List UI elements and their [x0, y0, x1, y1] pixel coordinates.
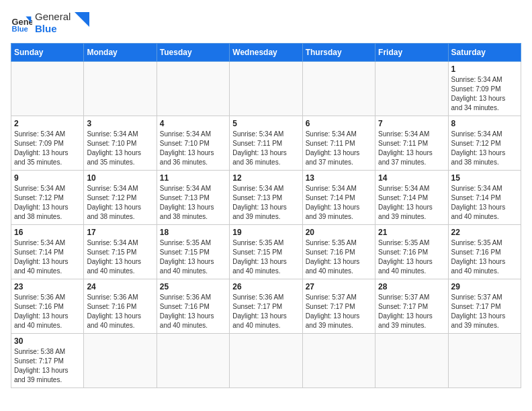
day-number: 1 — [451, 64, 518, 74]
calendar-cell: 24 Sunrise: 5:36 AMSunset: 7:16 PMDaylig… — [84, 279, 157, 334]
calendar-cell: 18 Sunrise: 5:35 AMSunset: 7:15 PMDaylig… — [157, 225, 229, 279]
day-info: Sunrise: 5:34 AMSunset: 7:11 PMDaylight:… — [232, 130, 299, 167]
calendar-week-row: 16 Sunrise: 5:34 AMSunset: 7:14 PMDaylig… — [11, 225, 521, 279]
calendar-cell: 16 Sunrise: 5:34 AMSunset: 7:14 PMDaylig… — [11, 225, 84, 279]
calendar-cell: 5 Sunrise: 5:34 AMSunset: 7:11 PMDayligh… — [230, 116, 302, 171]
day-number: 7 — [378, 119, 445, 128]
calendar-cell — [302, 334, 375, 388]
weekday-header-monday: Monday — [84, 44, 157, 62]
calendar-cell: 14 Sunrise: 5:34 AMSunset: 7:14 PMDaylig… — [375, 171, 448, 225]
calendar-week-row: 23 Sunrise: 5:36 AMSunset: 7:16 PMDaylig… — [11, 279, 521, 334]
day-number: 2 — [14, 119, 81, 128]
weekday-header-row: SundayMondayTuesdayWednesdayThursdayFrid… — [11, 44, 521, 62]
calendar-cell: 4 Sunrise: 5:34 AMSunset: 7:10 PMDayligh… — [157, 116, 229, 171]
day-number: 25 — [160, 282, 226, 291]
day-info: Sunrise: 5:34 AMSunset: 7:15 PMDaylight:… — [87, 238, 153, 276]
calendar-cell: 1 Sunrise: 5:34 AMSunset: 7:09 PMDayligh… — [448, 62, 521, 116]
calendar-cell — [230, 334, 302, 388]
day-number: 12 — [232, 173, 299, 183]
day-info: Sunrise: 5:35 AMSunset: 7:15 PMDaylight:… — [160, 238, 226, 276]
calendar-cell: 11 Sunrise: 5:34 AMSunset: 7:13 PMDaylig… — [157, 171, 229, 225]
calendar-cell: 28 Sunrise: 5:37 AMSunset: 7:17 PMDaylig… — [375, 279, 448, 334]
calendar-cell: 23 Sunrise: 5:36 AMSunset: 7:16 PMDaylig… — [11, 279, 84, 334]
calendar-cell: 2 Sunrise: 5:34 AMSunset: 7:09 PMDayligh… — [11, 116, 84, 171]
day-info: Sunrise: 5:37 AMSunset: 7:17 PMDaylight:… — [378, 293, 445, 330]
day-number: 20 — [306, 228, 372, 237]
day-number: 3 — [87, 119, 153, 128]
calendar-cell: 20 Sunrise: 5:35 AMSunset: 7:16 PMDaylig… — [302, 225, 375, 279]
day-info: Sunrise: 5:34 AMSunset: 7:10 PMDaylight:… — [87, 130, 153, 167]
day-info: Sunrise: 5:34 AMSunset: 7:11 PMDaylight:… — [306, 130, 372, 167]
day-number: 26 — [232, 282, 299, 291]
calendar-cell — [375, 334, 448, 388]
day-info: Sunrise: 5:34 AMSunset: 7:13 PMDaylight:… — [160, 184, 226, 222]
calendar-cell — [84, 62, 157, 116]
calendar-cell — [157, 334, 229, 388]
weekday-header-tuesday: Tuesday — [157, 44, 229, 62]
day-number: 15 — [451, 173, 518, 183]
calendar-cell — [448, 334, 521, 388]
day-info: Sunrise: 5:34 AMSunset: 7:14 PMDaylight:… — [14, 238, 81, 276]
calendar-cell: 7 Sunrise: 5:34 AMSunset: 7:11 PMDayligh… — [375, 116, 448, 171]
weekday-header-friday: Friday — [375, 44, 448, 62]
day-info: Sunrise: 5:36 AMSunset: 7:16 PMDaylight:… — [87, 293, 153, 330]
day-info: Sunrise: 5:35 AMSunset: 7:16 PMDaylight:… — [378, 238, 445, 276]
day-number: 22 — [451, 228, 518, 237]
weekday-header-thursday: Thursday — [302, 44, 375, 62]
calendar-cell: 27 Sunrise: 5:37 AMSunset: 7:17 PMDaylig… — [302, 279, 375, 334]
calendar-cell — [11, 62, 84, 116]
day-info: Sunrise: 5:34 AMSunset: 7:09 PMDaylight:… — [451, 75, 518, 113]
day-info: Sunrise: 5:34 AMSunset: 7:12 PMDaylight:… — [451, 130, 518, 167]
calendar-cell: 15 Sunrise: 5:34 AMSunset: 7:14 PMDaylig… — [448, 171, 521, 225]
day-info: Sunrise: 5:36 AMSunset: 7:16 PMDaylight:… — [14, 293, 81, 330]
day-info: Sunrise: 5:37 AMSunset: 7:17 PMDaylight:… — [306, 293, 372, 330]
calendar-cell: 13 Sunrise: 5:34 AMSunset: 7:14 PMDaylig… — [302, 171, 375, 225]
day-number: 19 — [232, 228, 299, 237]
calendar-cell — [375, 62, 448, 116]
svg-text:Blue: Blue — [12, 25, 28, 33]
day-number: 23 — [14, 282, 81, 291]
calendar-header: General Blue General Blue — [11, 11, 521, 35]
calendar-cell — [230, 62, 302, 116]
weekday-header-sunday: Sunday — [11, 44, 84, 62]
calendar-cell: 21 Sunrise: 5:35 AMSunset: 7:16 PMDaylig… — [375, 225, 448, 279]
calendar-cell: 29 Sunrise: 5:37 AMSunset: 7:17 PMDaylig… — [448, 279, 521, 334]
calendar-cell: 30 Sunrise: 5:38 AMSunset: 7:17 PMDaylig… — [11, 334, 84, 388]
calendar-cell: 26 Sunrise: 5:36 AMSunset: 7:17 PMDaylig… — [230, 279, 302, 334]
calendar-cell: 22 Sunrise: 5:35 AMSunset: 7:16 PMDaylig… — [448, 225, 521, 279]
day-number: 9 — [14, 173, 81, 183]
calendar-cell: 9 Sunrise: 5:34 AMSunset: 7:12 PMDayligh… — [11, 171, 84, 225]
day-number: 30 — [14, 336, 81, 346]
calendar-week-row: 1 Sunrise: 5:34 AMSunset: 7:09 PMDayligh… — [11, 62, 521, 116]
day-number: 10 — [87, 173, 153, 183]
day-number: 8 — [451, 119, 518, 128]
day-info: Sunrise: 5:34 AMSunset: 7:12 PMDaylight:… — [14, 184, 81, 222]
day-info: Sunrise: 5:34 AMSunset: 7:10 PMDaylight:… — [160, 130, 226, 167]
day-info: Sunrise: 5:34 AMSunset: 7:11 PMDaylight:… — [378, 130, 445, 167]
calendar-cell: 17 Sunrise: 5:34 AMSunset: 7:15 PMDaylig… — [84, 225, 157, 279]
day-number: 24 — [87, 282, 153, 291]
day-info: Sunrise: 5:34 AMSunset: 7:12 PMDaylight:… — [87, 184, 153, 222]
day-number: 17 — [87, 228, 153, 237]
day-number: 13 — [306, 173, 372, 183]
calendar-week-row: 30 Sunrise: 5:38 AMSunset: 7:17 PMDaylig… — [11, 334, 521, 388]
calendar-cell: 12 Sunrise: 5:34 AMSunset: 7:13 PMDaylig… — [230, 171, 302, 225]
calendar-cell: 3 Sunrise: 5:34 AMSunset: 7:10 PMDayligh… — [84, 116, 157, 171]
calendar-week-row: 2 Sunrise: 5:34 AMSunset: 7:09 PMDayligh… — [11, 116, 521, 171]
day-number: 6 — [306, 119, 372, 128]
day-number: 11 — [160, 173, 226, 183]
day-number: 4 — [160, 119, 226, 128]
calendar-cell: 19 Sunrise: 5:35 AMSunset: 7:15 PMDaylig… — [230, 225, 302, 279]
logo-blue: Blue — [35, 23, 71, 35]
day-info: Sunrise: 5:34 AMSunset: 7:14 PMDaylight:… — [306, 184, 372, 222]
day-info: Sunrise: 5:36 AMSunset: 7:17 PMDaylight:… — [232, 293, 299, 330]
day-info: Sunrise: 5:34 AMSunset: 7:14 PMDaylight:… — [378, 184, 445, 222]
day-info: Sunrise: 5:34 AMSunset: 7:13 PMDaylight:… — [232, 184, 299, 222]
day-info: Sunrise: 5:34 AMSunset: 7:14 PMDaylight:… — [451, 184, 518, 222]
logo-general: General — [35, 11, 71, 23]
weekday-header-saturday: Saturday — [448, 44, 521, 62]
day-info: Sunrise: 5:34 AMSunset: 7:09 PMDaylight:… — [14, 130, 81, 167]
calendar-cell: 25 Sunrise: 5:36 AMSunset: 7:16 PMDaylig… — [157, 279, 229, 334]
calendar-table: SundayMondayTuesdayWednesdayThursdayFrid… — [11, 43, 521, 388]
day-info: Sunrise: 5:35 AMSunset: 7:15 PMDaylight:… — [232, 238, 299, 276]
